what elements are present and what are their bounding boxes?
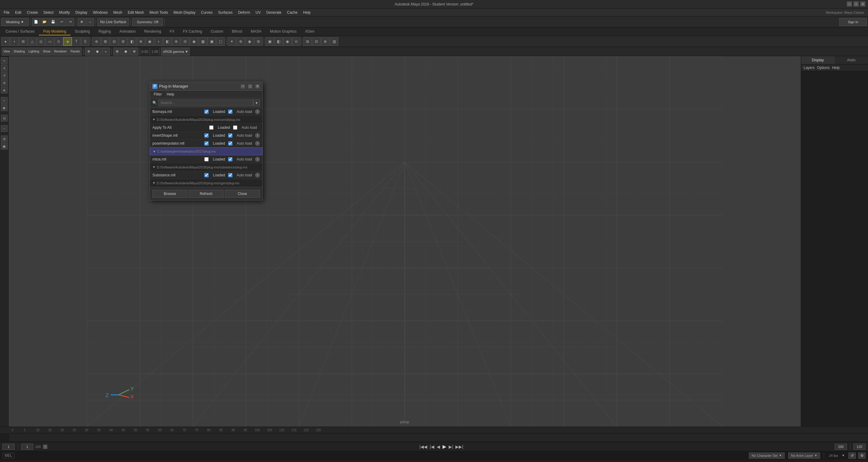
lattice-btn[interactable]: ▣ [266,37,274,46]
jump-end-btn[interactable]: ▶▶| [455,444,464,449]
dialog-maximize-btn[interactable]: □ [248,84,253,89]
plugin-info-poseinterp[interactable]: i [255,141,260,146]
camera-tool3[interactable]: ▪ [102,47,110,56]
plugin-loaded-poseinterp[interactable] [204,141,209,145]
range-toggle[interactable]: ▪ [43,444,47,449]
disc-btn[interactable]: ⊙ [54,37,63,46]
play-btn[interactable]: ▶ [442,444,447,450]
cylinder-btn[interactable]: ⊞ [19,37,28,46]
menu-curves[interactable]: Curves [198,10,215,15]
sign-in-btn[interactable]: Sign In [839,18,867,26]
menu-surfaces[interactable]: Surfaces [216,10,235,15]
rpanel-layers[interactable]: Layers [804,66,814,70]
sym-z-btn[interactable]: ⊕ [321,37,330,46]
new-scene-btn[interactable]: 📄 [32,18,40,26]
boolean-btn[interactable]: ⊕ [172,37,181,46]
plugin-search-input[interactable] [158,99,253,106]
menu-deform[interactable]: Deform [236,10,252,15]
plugin-loaded-mtoa[interactable] [204,157,209,161]
section-substance[interactable]: ▼ D:/Software/Autodesk/Maya2018/plug-ins… [150,163,262,171]
timeline-ruler[interactable]: 0 5 10 15 20 25 30 35 40 45 50 55 60 65 … [0,427,868,433]
close-btn[interactable]: ✕ [860,1,866,7]
menu-file[interactable]: File [1,10,12,15]
menu-generate[interactable]: Generate [264,10,284,15]
combine-btn[interactable]: ◧ [163,37,172,46]
menu-mesh[interactable]: Mesh [111,10,125,15]
dialog-minimize-btn[interactable]: ─ [240,84,245,89]
no-character-set[interactable]: No Character Set ▼ [749,453,785,459]
camera-tool2[interactable]: ◉ [93,47,101,56]
play-back-btn[interactable]: ◀ [436,444,441,449]
menu-create[interactable]: Create [25,10,40,15]
maximize-btn[interactable]: □ [853,1,859,7]
panels-menu-btn[interactable]: Panels [69,47,82,56]
snap-sel[interactable]: ▪ [1,97,8,104]
bevel-btn[interactable]: ◧ [128,37,136,46]
symmetry-btn[interactable]: Symmetry: Off [132,18,163,26]
cage-btn[interactable]: ▢ [216,37,225,46]
lasso-btn[interactable]: ○ [86,18,94,26]
fill-btn[interactable]: ▪ [154,37,163,46]
paint-sel[interactable]: ⊟ [1,115,8,122]
menu-mesh-tools[interactable]: Mesh Tools [147,10,170,15]
plugin-loaded-fbxmaya[interactable] [204,109,209,114]
menu-mesh-display[interactable]: Mesh Display [171,10,198,15]
snap-grid[interactable]: ⊞ [113,47,121,56]
cube-btn[interactable]: ▪ [10,37,19,46]
svg-btn[interactable]: S [81,37,90,46]
scale-tool[interactable]: ⊕ [1,79,8,86]
tab-animation[interactable]: Animation [115,28,140,35]
snap-point[interactable]: ⊕ [130,47,138,56]
rpanel-tab-anim[interactable]: Anim [835,56,868,64]
lighting-menu-btn[interactable]: Lighting [27,47,41,56]
plugin-menu-filter[interactable]: Filter [152,92,163,97]
nurbs-btn[interactable]: ◈ [63,37,72,46]
menu-edit[interactable]: Edit [12,10,24,15]
tab-curves-surfaces[interactable]: Curves / Surfaces [1,28,39,35]
tab-custom[interactable]: Custom [207,28,227,35]
tab-mash[interactable]: MASH [246,28,266,35]
timeline-track[interactable] [0,433,868,442]
mirror2-btn[interactable]: ⊟ [181,37,189,46]
section-xgen[interactable]: ▼ D:/Software/Autodesk/Maya2018/plug-ins… [150,179,262,187]
plugin-info-substance[interactable]: i [255,173,260,177]
plugin-menu-help[interactable]: Help [165,92,176,97]
soft-sel[interactable]: ◉ [1,104,8,111]
tab-xgen[interactable]: XGen [301,28,319,35]
tab-rendering[interactable]: Rendering [140,28,165,35]
jump-start-btn[interactable]: |◀◀ [419,444,428,449]
extrude-btn[interactable]: ⊟ [110,37,119,46]
paint-btn[interactable]: ◉ [245,37,254,46]
menu-cache[interactable]: Cache [284,10,300,15]
status-line[interactable]: ⊞ [1,135,8,142]
connect-btn[interactable]: ⊕ [136,37,145,46]
view-menu-btn[interactable]: View [2,47,11,56]
dialog-close-btn[interactable]: ✕ [255,84,260,89]
no-live-surface[interactable]: No Live Surface [97,18,129,26]
browse-btn[interactable]: Browse [152,190,188,198]
tab-motion-graphics[interactable]: Motion Graphics [266,28,301,35]
mode-dropdown[interactable]: Modeling ▼ [1,18,29,26]
show-menu-btn[interactable]: Show [41,47,52,56]
menu-windows[interactable]: Windows [90,10,110,15]
select-btn[interactable]: ⊕ [78,18,86,26]
rpanel-options[interactable]: Options [817,66,830,70]
tab-rigging[interactable]: Rigging [94,28,115,35]
camera-tool1[interactable]: ⊕ [85,47,93,56]
rpanel-tab-display[interactable]: Display [801,56,835,64]
sphere-btn[interactable]: ● [1,37,10,46]
remesh-btn[interactable]: ▦ [198,37,207,46]
plugin-autoload-poseinterp[interactable] [228,141,232,145]
refresh-btn[interactable]: Refresh [189,190,224,198]
plugin-info-invertshape[interactable]: i [255,133,260,138]
tab-poly-modeling[interactable]: Poly Modeling [39,28,70,35]
move-tool[interactable]: ✛ [1,65,8,71]
range-start-input[interactable] [21,444,33,450]
plugin-autoload-substance[interactable] [228,173,232,177]
plugin-loaded-substance[interactable] [204,173,209,177]
snap-curve[interactable]: ◉ [122,47,130,56]
menu-modify[interactable]: Modify [57,10,72,15]
menu-display[interactable]: Display [73,10,90,15]
plugin-loaded-invertshape[interactable] [204,133,209,138]
deform-btn[interactable]: ⊕ [237,37,245,46]
